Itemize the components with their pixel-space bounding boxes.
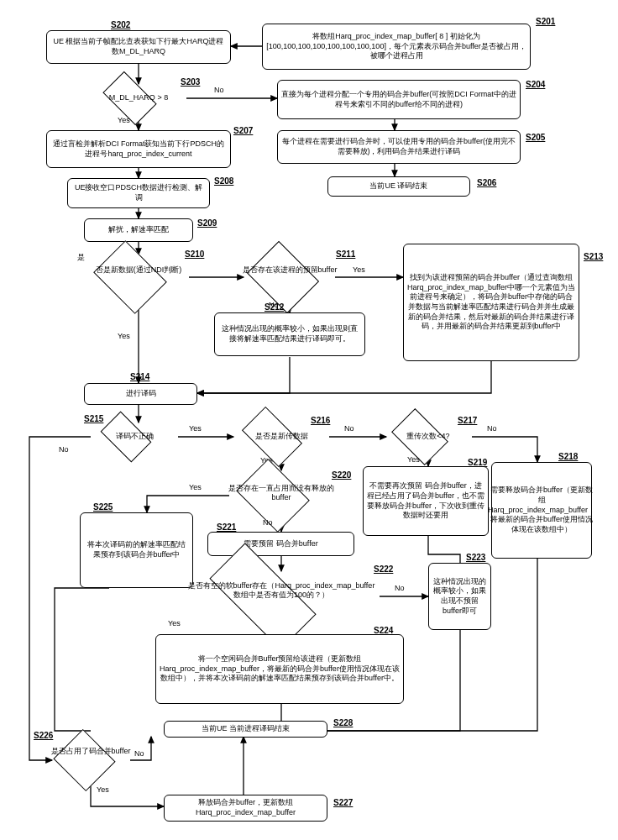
label-s222: S222 <box>374 564 393 574</box>
edge-s226-yes: Yes <box>97 785 109 794</box>
label-s215: S215 <box>84 414 103 423</box>
edge-s217-no: No <box>487 424 497 433</box>
node-s226-text: 是否占用了码合并buffer <box>49 747 133 756</box>
label-s227: S227 <box>333 798 353 807</box>
node-s212: 这种情况出现的概率较小，如果出现则直接将解速率匹配结果进行译码即可。 <box>214 312 365 356</box>
label-s225: S225 <box>93 502 113 512</box>
edge-s215-yes: Yes <box>189 424 202 433</box>
node-s224: 将一个空闲码合并Buffer预留给该进程（更新数组Harq_proc_index… <box>155 634 404 704</box>
label-s207: S207 <box>233 126 253 135</box>
edge-s220-yes: Yes <box>189 483 202 491</box>
node-s219: 不需要再次预留 码合并buffer，进程已经占用了码合并buffer，也不需要释… <box>363 466 489 536</box>
label-s209: S209 <box>197 218 217 228</box>
label-s212: S212 <box>264 302 284 312</box>
node-s209: 解扰，解速率匹配 <box>84 218 193 242</box>
node-s214: 进行译码 <box>84 383 197 405</box>
label-s228: S228 <box>333 718 353 727</box>
label-s216: S216 <box>311 416 330 425</box>
node-s228-text: 当前UE 当前进程译码结束 <box>202 724 290 734</box>
label-s220: S220 <box>332 470 351 480</box>
label-s224: S224 <box>374 626 393 635</box>
edge-s220-no: No <box>263 518 273 527</box>
edge-s226-no: No <box>134 749 144 758</box>
node-s208-text: UE接收空口PDSCH数据进行检测、解调 <box>71 183 206 202</box>
node-s210-text: 否是新数据(通过NDI判断) <box>86 265 191 275</box>
node-s227: 释放码合并buffer，更新数组Harq_proc_index_map_buff… <box>164 795 327 822</box>
node-s211-text: 是否存在该进程的预留buffer <box>239 265 340 275</box>
node-s222-text: 是否有空的软buffer存在（Harq_proc_index_map_buffe… <box>185 581 378 600</box>
node-s209-text: 解扰，解速率匹配 <box>108 225 169 235</box>
label-s221: S221 <box>217 522 236 532</box>
label-s210: S210 <box>185 249 204 259</box>
label-s223: S223 <box>466 553 485 562</box>
label-s218: S218 <box>558 452 578 461</box>
label-s204: S204 <box>526 80 545 89</box>
edge-s222-yes: Yes <box>168 619 181 627</box>
node-s228: 当前UE 当前进程译码结束 <box>164 721 327 738</box>
node-s221: 需要预留 码合并buffer <box>207 532 354 556</box>
node-s206-text: 当前UE 译码结束 <box>369 181 427 192</box>
node-s203-text: M_DL_HARQ > 8 <box>92 93 185 102</box>
edge-s210-yes: Yes <box>118 332 130 340</box>
node-s221-text: 需要预留 码合并buffer <box>244 539 317 549</box>
node-s202: UE 根据当前子帧配比查表获知下行最大HARQ进程数M_DL_HARQ <box>46 30 231 64</box>
node-s220-text: 是否存在一直占用而没有释放的buffer <box>228 484 335 502</box>
edge-s211-yes: Yes <box>353 265 365 274</box>
edge-s210-shi: 是 <box>77 252 85 263</box>
node-s218: 需要释放码合并buffer（更新数组Harq_proc_index_map_bu… <box>491 462 592 559</box>
label-s203: S203 <box>181 77 200 87</box>
node-s204: 直接为每个进程分配一个专用的码合并buffer(可按照DCI Format中的进… <box>277 80 521 119</box>
node-s215-text: 译码不正确 <box>94 432 175 441</box>
edge-s216-no: No <box>344 424 354 433</box>
node-s201-text: 将数组Harq_proc_index_map_buffer[ 8 ] 初始化为[… <box>266 32 526 61</box>
node-s213: 找到为该进程预留的码合并buffer（通过查询数组Harq_proc_index… <box>403 244 579 361</box>
node-s213-text: 找到为该进程预留的码合并buffer（通过查询数组Harq_proc_index… <box>407 273 575 332</box>
node-s201: 将数组Harq_proc_index_map_buffer[ 8 ] 初始化为[… <box>262 24 531 70</box>
label-s226: S226 <box>34 731 53 740</box>
node-s214-text: 进行译码 <box>126 389 156 399</box>
node-s205: 每个进程在需要进行码合并时，可以使用专用的码合并buffer(使用完不需要释放)… <box>277 130 521 164</box>
edge-s217-yes: Yes <box>407 455 420 464</box>
node-s205-text: 每个进程在需要进行码合并时，可以使用专用的码合并buffer(使用完不需要释放)… <box>281 137 516 156</box>
node-s216-text: 是否是新传数据 <box>233 432 330 441</box>
label-s202: S202 <box>111 20 130 29</box>
label-s205: S205 <box>526 133 545 142</box>
node-s207: 通过盲检并解析DCI Format获知当前下行PDSCH的进程号harq_pro… <box>46 130 231 168</box>
node-s208: UE接收空口PDSCH数据进行检测、解调 <box>67 178 210 208</box>
edge-s222-no: No <box>395 584 405 592</box>
node-s225-text: 将本次译码前的解速率匹配结果预存到该码合并buffer中 <box>84 540 189 559</box>
node-s212-text: 这种情况出现的概率较小，如果出现则直接将解速率匹配结果进行译码即可。 <box>218 324 361 344</box>
node-s204-text: 直接为每个进程分配一个专用的码合并buffer(可按照DCI Format中的进… <box>281 90 516 109</box>
node-s227-text: 释放码合并buffer，更新数组Harq_proc_index_map_buff… <box>168 798 323 817</box>
label-s217: S217 <box>458 416 477 425</box>
label-s201: S201 <box>536 17 555 26</box>
edge-s203-no: No <box>214 86 224 94</box>
edge-s215-no: No <box>59 445 69 454</box>
label-s211: S211 <box>336 249 355 259</box>
node-s207-text: 通过盲检并解析DCI Format获知当前下行PDSCH的进程号harq_pro… <box>50 139 227 159</box>
node-s219-text: 不需要再次预留 码合并buffer，进程已经占用了码合并buffer，也不需要释… <box>367 481 484 521</box>
node-s225: 将本次译码前的解速率匹配结果预存到该码合并buffer中 <box>80 512 193 588</box>
label-s206: S206 <box>477 178 496 187</box>
node-s206: 当前UE 译码结束 <box>327 176 470 197</box>
node-s217-text: 重传次数<4? <box>385 432 472 441</box>
label-s208: S208 <box>214 176 233 186</box>
edge-s203-yes: Yes <box>118 116 130 124</box>
node-s218-text: 需要释放码合并buffer（更新数组Harq_proc_index_map_bu… <box>488 486 595 534</box>
node-s223: 这种情况出现的概率较小，如果出现不预留buffer即可 <box>428 563 491 630</box>
node-s223-text: 这种情况出现的概率较小，如果出现不预留buffer即可 <box>432 577 487 617</box>
label-s214: S214 <box>130 372 149 381</box>
node-s202-text: UE 根据当前子帧配比查表获知下行最大HARQ进程数M_DL_HARQ <box>50 37 227 56</box>
label-s219: S219 <box>468 458 487 467</box>
node-s224-text: 将一个空闲码合并Buffer预留给该进程（更新数组Harq_proc_index… <box>160 654 400 684</box>
label-s213: S213 <box>584 252 603 261</box>
